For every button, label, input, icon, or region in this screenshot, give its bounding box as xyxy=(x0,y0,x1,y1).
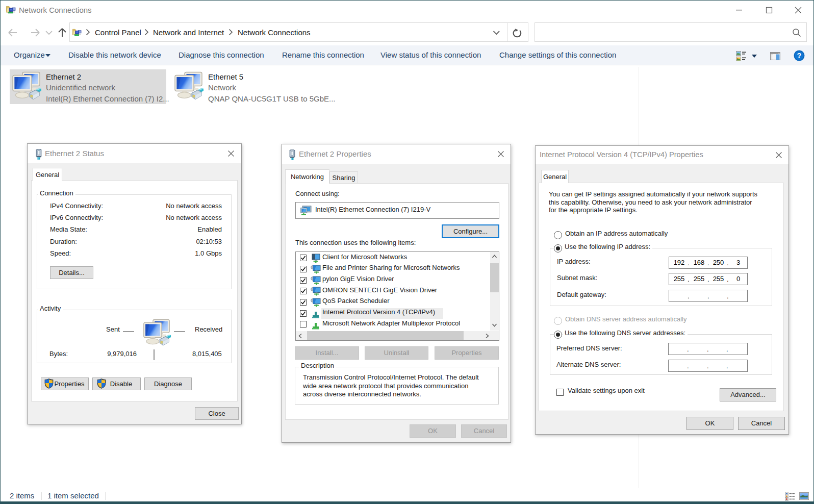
svg-text:?: ? xyxy=(797,52,802,60)
